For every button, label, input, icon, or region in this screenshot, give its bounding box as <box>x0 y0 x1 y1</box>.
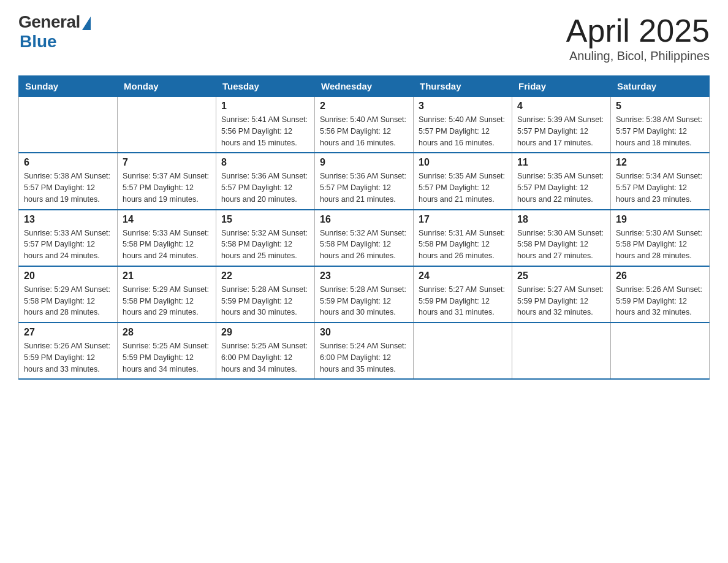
day-info: Sunrise: 5:25 AM Sunset: 5:59 PM Dayligh… <box>123 340 211 375</box>
day-number: 18 <box>517 214 605 225</box>
day-info: Sunrise: 5:38 AM Sunset: 5:57 PM Dayligh… <box>24 170 112 205</box>
day-number: 1 <box>221 101 309 112</box>
day-number: 24 <box>419 270 507 282</box>
table-row: 5Sunrise: 5:38 AM Sunset: 5:57 PM Daylig… <box>611 97 710 153</box>
table-row: 4Sunrise: 5:39 AM Sunset: 5:57 PM Daylig… <box>512 97 611 153</box>
col-sunday: Sunday <box>19 76 118 97</box>
logo-triangle-icon <box>82 17 91 30</box>
day-number: 23 <box>320 270 408 282</box>
day-info: Sunrise: 5:40 AM Sunset: 5:56 PM Dayligh… <box>320 114 408 148</box>
table-row: 16Sunrise: 5:32 AM Sunset: 5:58 PM Dayli… <box>315 210 414 266</box>
day-number: 8 <box>221 157 309 168</box>
day-info: Sunrise: 5:27 AM Sunset: 5:59 PM Dayligh… <box>517 284 605 318</box>
table-row: 13Sunrise: 5:33 AM Sunset: 5:57 PM Dayli… <box>19 210 118 266</box>
day-info: Sunrise: 5:30 AM Sunset: 5:58 PM Dayligh… <box>616 228 704 262</box>
day-info: Sunrise: 5:36 AM Sunset: 5:57 PM Dayligh… <box>320 170 408 205</box>
day-number: 7 <box>123 157 211 168</box>
day-number: 14 <box>123 214 211 225</box>
day-number: 20 <box>24 270 112 282</box>
day-info: Sunrise: 5:26 AM Sunset: 5:59 PM Dayligh… <box>616 284 704 318</box>
table-row: 3Sunrise: 5:40 AM Sunset: 5:57 PM Daylig… <box>414 97 512 153</box>
day-info: Sunrise: 5:28 AM Sunset: 5:59 PM Dayligh… <box>320 284 408 318</box>
day-info: Sunrise: 5:25 AM Sunset: 6:00 PM Dayligh… <box>221 340 309 375</box>
table-row: 6Sunrise: 5:38 AM Sunset: 5:57 PM Daylig… <box>19 153 118 209</box>
table-row: 23Sunrise: 5:28 AM Sunset: 5:59 PM Dayli… <box>315 266 414 323</box>
calendar-week-row: 1Sunrise: 5:41 AM Sunset: 5:56 PM Daylig… <box>19 97 710 153</box>
day-number: 9 <box>320 157 408 168</box>
table-row <box>512 323 611 379</box>
table-row: 20Sunrise: 5:29 AM Sunset: 5:58 PM Dayli… <box>19 266 118 323</box>
day-number: 5 <box>616 101 704 112</box>
table-row: 18Sunrise: 5:30 AM Sunset: 5:58 PM Dayli… <box>512 210 611 266</box>
title-block: April 2025 Anuling, Bicol, Philippines <box>566 12 710 63</box>
day-info: Sunrise: 5:40 AM Sunset: 5:57 PM Dayligh… <box>419 114 507 148</box>
table-row: 25Sunrise: 5:27 AM Sunset: 5:59 PM Dayli… <box>512 266 611 323</box>
day-info: Sunrise: 5:36 AM Sunset: 5:57 PM Dayligh… <box>221 170 309 205</box>
day-number: 16 <box>320 214 408 225</box>
day-number: 29 <box>221 327 309 338</box>
table-row: 24Sunrise: 5:27 AM Sunset: 5:59 PM Dayli… <box>414 266 512 323</box>
col-thursday: Thursday <box>414 76 512 97</box>
day-info: Sunrise: 5:32 AM Sunset: 5:58 PM Dayligh… <box>221 228 309 262</box>
day-info: Sunrise: 5:30 AM Sunset: 5:58 PM Dayligh… <box>517 228 605 262</box>
table-row: 26Sunrise: 5:26 AM Sunset: 5:59 PM Dayli… <box>611 266 710 323</box>
table-row: 8Sunrise: 5:36 AM Sunset: 5:57 PM Daylig… <box>216 153 315 209</box>
day-number: 17 <box>419 214 507 225</box>
page-title: April 2025 <box>566 12 710 49</box>
table-row: 27Sunrise: 5:26 AM Sunset: 5:59 PM Dayli… <box>19 323 118 379</box>
day-number: 21 <box>123 270 211 282</box>
day-info: Sunrise: 5:29 AM Sunset: 5:58 PM Dayligh… <box>123 284 211 318</box>
table-row: 15Sunrise: 5:32 AM Sunset: 5:58 PM Dayli… <box>216 210 315 266</box>
day-info: Sunrise: 5:35 AM Sunset: 5:57 PM Dayligh… <box>517 170 605 205</box>
day-number: 26 <box>616 270 704 282</box>
day-number: 30 <box>320 327 408 338</box>
calendar-week-row: 27Sunrise: 5:26 AM Sunset: 5:59 PM Dayli… <box>19 323 710 379</box>
day-number: 13 <box>24 214 112 225</box>
calendar-week-row: 13Sunrise: 5:33 AM Sunset: 5:57 PM Dayli… <box>19 210 710 266</box>
table-row: 1Sunrise: 5:41 AM Sunset: 5:56 PM Daylig… <box>216 97 315 153</box>
table-row: 12Sunrise: 5:34 AM Sunset: 5:57 PM Dayli… <box>611 153 710 209</box>
day-info: Sunrise: 5:34 AM Sunset: 5:57 PM Dayligh… <box>616 170 704 205</box>
day-info: Sunrise: 5:26 AM Sunset: 5:59 PM Dayligh… <box>24 340 112 375</box>
day-info: Sunrise: 5:35 AM Sunset: 5:57 PM Dayligh… <box>419 170 507 205</box>
table-row: 10Sunrise: 5:35 AM Sunset: 5:57 PM Dayli… <box>414 153 512 209</box>
table-row: 29Sunrise: 5:25 AM Sunset: 6:00 PM Dayli… <box>216 323 315 379</box>
day-number: 22 <box>221 270 309 282</box>
day-number: 12 <box>616 157 704 168</box>
table-row: 28Sunrise: 5:25 AM Sunset: 5:59 PM Dayli… <box>118 323 216 379</box>
calendar-table: Sunday Monday Tuesday Wednesday Thursday… <box>18 75 710 380</box>
table-row: 17Sunrise: 5:31 AM Sunset: 5:58 PM Dayli… <box>414 210 512 266</box>
day-number: 4 <box>517 101 605 112</box>
logo-blue-text: Blue <box>20 32 57 52</box>
day-number: 19 <box>616 214 704 225</box>
day-info: Sunrise: 5:24 AM Sunset: 6:00 PM Dayligh… <box>320 340 408 375</box>
col-friday: Friday <box>512 76 611 97</box>
day-info: Sunrise: 5:28 AM Sunset: 5:59 PM Dayligh… <box>221 284 309 318</box>
table-row: 30Sunrise: 5:24 AM Sunset: 6:00 PM Dayli… <box>315 323 414 379</box>
logo-general-text: General <box>18 12 80 32</box>
day-number: 11 <box>517 157 605 168</box>
day-info: Sunrise: 5:41 AM Sunset: 5:56 PM Dayligh… <box>221 114 309 148</box>
col-saturday: Saturday <box>611 76 710 97</box>
col-wednesday: Wednesday <box>315 76 414 97</box>
day-info: Sunrise: 5:33 AM Sunset: 5:57 PM Dayligh… <box>24 228 112 262</box>
day-info: Sunrise: 5:33 AM Sunset: 5:58 PM Dayligh… <box>123 228 211 262</box>
day-info: Sunrise: 5:38 AM Sunset: 5:57 PM Dayligh… <box>616 114 704 148</box>
col-tuesday: Tuesday <box>216 76 315 97</box>
table-row: 7Sunrise: 5:37 AM Sunset: 5:57 PM Daylig… <box>118 153 216 209</box>
col-monday: Monday <box>118 76 216 97</box>
table-row: 11Sunrise: 5:35 AM Sunset: 5:57 PM Dayli… <box>512 153 611 209</box>
table-row <box>414 323 512 379</box>
table-row: 22Sunrise: 5:28 AM Sunset: 5:59 PM Dayli… <box>216 266 315 323</box>
page-subtitle: Anuling, Bicol, Philippines <box>566 49 710 63</box>
day-number: 3 <box>419 101 507 112</box>
calendar-week-row: 6Sunrise: 5:38 AM Sunset: 5:57 PM Daylig… <box>19 153 710 209</box>
day-info: Sunrise: 5:31 AM Sunset: 5:58 PM Dayligh… <box>419 228 507 262</box>
day-info: Sunrise: 5:39 AM Sunset: 5:57 PM Dayligh… <box>517 114 605 148</box>
logo: General Blue <box>18 12 91 52</box>
table-row <box>118 97 216 153</box>
day-number: 2 <box>320 101 408 112</box>
calendar-week-row: 20Sunrise: 5:29 AM Sunset: 5:58 PM Dayli… <box>19 266 710 323</box>
table-row <box>19 97 118 153</box>
day-info: Sunrise: 5:37 AM Sunset: 5:57 PM Dayligh… <box>123 170 211 205</box>
